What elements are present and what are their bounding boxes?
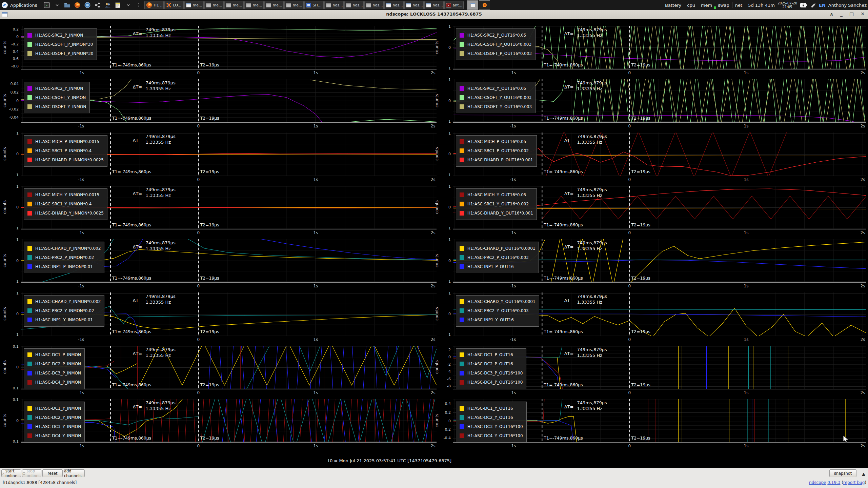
- taskbar-window-button[interactable]: me...: [184, 1, 204, 9]
- taskbar-window-button[interactable]: me...: [284, 1, 304, 9]
- x-tick-label: -1s: [73, 177, 89, 182]
- taskbar-window-label: me...: [253, 3, 262, 7]
- channel-name: H1:ASC-PRC2_Y_OUT16*0.003: [467, 308, 529, 313]
- share-icon[interactable]: [94, 2, 101, 8]
- legend-item: H1:ASC-DC4_Y_INMON: [27, 431, 81, 440]
- y-tick-label: 1: [435, 184, 451, 189]
- channel-name: H1:ASC-DHARD_P_OUT16*0.001: [467, 158, 533, 162]
- taskbar-window-button[interactable]: nds...: [424, 1, 444, 9]
- report-bug-link[interactable]: report bug: [843, 480, 865, 485]
- y-axis-label: counts: [2, 144, 7, 164]
- legend-item: H1:ASC-CHARD_Y_OUT16*0.0001: [460, 297, 536, 306]
- x-tick-label: 0: [190, 124, 207, 128]
- tray-monitor-swap[interactable]: swap: [718, 3, 729, 8]
- taskbar-window-button[interactable]: nds...: [324, 1, 344, 9]
- channel-name: H1:ASC-SRC1_Y_OUT16*0.002: [467, 202, 529, 206]
- workspace-1[interactable]: [467, 0, 478, 10]
- taskbar-window-button[interactable]: me...: [244, 1, 264, 9]
- delta-t-values: 749ms,879µs1.33355 Hz: [146, 187, 176, 198]
- version-link[interactable]: 0.19.3: [827, 480, 840, 485]
- legend-item: H1:ASC-DSOFT_P_OUT16*0.003: [460, 49, 532, 58]
- file-manager-icon[interactable]: [64, 2, 70, 8]
- workspace-2[interactable]: [479, 0, 490, 10]
- t1-cursor-label: T1=-749ms,860µs: [112, 222, 151, 227]
- window-title: ndscope: LOCKLOSS 1437105479.6875: [0, 12, 868, 17]
- window-titlebar[interactable]: ndscope: LOCKLOSS 1437105479.6875 ∧ _ □ …: [0, 10, 868, 19]
- plot-legend[interactable]: H1:ASC-CHARD_Y_OUT16*0.0001H1:ASC-PRC2_Y…: [456, 295, 539, 327]
- clock[interactable]: 2025-07-2021:05: [778, 1, 797, 9]
- channel-name: H1:ASC-MICH_P_OUT16*0.05: [467, 139, 526, 144]
- plot-legend[interactable]: H1:ASC-CHARD_P_OUT16*0.0001H1:ASC-PRC2_P…: [456, 242, 539, 273]
- applications-menu[interactable]: Applications: [1, 2, 37, 8]
- workspace-switcher[interactable]: [467, 0, 490, 10]
- expander-arrow-icon[interactable]: ▲: [862, 471, 865, 476]
- start-online-button[interactable]: ▷start online: [1, 469, 21, 477]
- x-tick-label: 1s: [307, 124, 324, 128]
- legend-swatch: [27, 192, 32, 197]
- plot-legend[interactable]: H1:ASC-SRC2_P_OUT16*0.05H1:ASC-CSOFT_P_O…: [456, 28, 536, 60]
- t2-cursor-label: T2=19µs: [631, 329, 650, 334]
- terminal-icon[interactable]: >_: [43, 2, 50, 8]
- plot-legend[interactable]: H1:ASC-CHARD_P_INMON*0.002H1:ASC-PRC2_P_…: [24, 242, 104, 273]
- snapshot-button[interactable]: snapshot: [829, 469, 856, 477]
- taskbar-window-button[interactable]: nds...: [364, 1, 384, 9]
- taskbar-window-button[interactable]: nds...: [404, 1, 424, 9]
- x-tick-label: 0: [621, 124, 638, 128]
- taskbar-window-button[interactable]: nds...: [344, 1, 364, 9]
- maximize-button[interactable]: □: [849, 11, 854, 17]
- y-tick-label: 0.1: [3, 344, 19, 349]
- legend-item: H1:ASC-DSOFT_Y_INMON: [27, 102, 86, 111]
- x-tick-label: 1s: [738, 230, 755, 235]
- tray-monitor-cpu[interactable]: cpu: [687, 3, 695, 8]
- plot-legend[interactable]: H1:ASC-DC1_Y_INMONH1:ASC-DC2_Y_INMONH1:A…: [24, 402, 85, 442]
- x-tick-label: 1s: [738, 70, 755, 75]
- taskbar-window-button[interactable]: H1 ...: [144, 1, 164, 9]
- x-tick-label: -1s: [73, 390, 89, 395]
- channel-name: H1:ASC-CSOFT_Y_INMON: [35, 95, 86, 100]
- taskbar-window-button[interactable]: me...: [204, 1, 224, 9]
- y-tick-label: 1: [3, 238, 19, 242]
- plot-legend[interactable]: H1:ASC-SRC2_P_INMONH1:ASC-CSOFT_P_INMON*…: [24, 28, 97, 60]
- t2-cursor-label: T2=19µs: [200, 276, 219, 281]
- users-icon[interactable]: [104, 2, 111, 8]
- delta-t-values: 749ms,879µs1.33355 Hz: [146, 80, 176, 92]
- channel-name: H1:ASC-DC1_P_OUT16: [467, 352, 513, 357]
- plot-legend[interactable]: H1:ASC-DC1_P_OUT16H1:ASC-DC2_P_OUT16H1:A…: [456, 348, 526, 389]
- notes-icon[interactable]: [115, 2, 121, 8]
- legend-swatch: [27, 406, 32, 411]
- plot-legend[interactable]: H1:ASC-SRC2_Y_INMONH1:ASC-CSOFT_Y_INMONH…: [24, 82, 90, 113]
- ndscope-link[interactable]: ndscope: [809, 480, 826, 485]
- tray-monitor-battery[interactable]: Battery: [665, 3, 681, 8]
- taskbar-window-button[interactable]: >ant...: [444, 1, 464, 9]
- taskbar-window-button[interactable]: SIT...: [304, 1, 324, 9]
- plot-legend[interactable]: H1:ASC-DC1_Y_OUT16H1:ASC-DC2_Y_OUT16H1:A…: [456, 402, 527, 442]
- firefox-icon[interactable]: [74, 2, 81, 8]
- plot-legend[interactable]: H1:ASC-CHARD_Y_INMON*0.002H1:ASC-PRC2_Y_…: [24, 295, 104, 327]
- plot-legend[interactable]: H1:ASC-MICH_P_INMON*0.0015H1:ASC-SRC1_P_…: [24, 135, 107, 167]
- y-tick-label: 1: [435, 226, 451, 230]
- x-tick-label: 1s: [307, 230, 324, 235]
- taskbar-window-button[interactable]: LO...: [164, 1, 184, 9]
- plot-legend[interactable]: H1:ASC-MICH_Y_INMON*0.0015H1:ASC-SRC1_Y_…: [24, 188, 107, 220]
- reset-button[interactable]: reset: [42, 469, 63, 477]
- close-button[interactable]: ✕: [861, 11, 865, 17]
- keyboard-layout[interactable]: EN: [819, 3, 826, 8]
- add-channels-button[interactable]: add channels: [64, 469, 85, 477]
- plot-legend[interactable]: H1:ASC-DC1_P_INMONH1:ASC-DC2_P_INMONH1:A…: [24, 348, 85, 389]
- win-gray-icon: [286, 3, 291, 7]
- y-tick-label: 1: [435, 332, 451, 337]
- minimize-button[interactable]: _: [840, 11, 843, 17]
- x-tick-label: 2s: [425, 124, 442, 128]
- plot-legend[interactable]: H1:ASC-MICH_Y_OUT16*0.05H1:ASC-SRC1_Y_OU…: [456, 188, 537, 220]
- plot-legend[interactable]: H1:ASC-MICH_P_OUT16*0.05H1:ASC-SRC1_P_OU…: [456, 135, 537, 167]
- taskbar-window-button[interactable]: me...: [224, 1, 244, 9]
- taskbar-window-button[interactable]: me...: [264, 1, 284, 9]
- browser-icon[interactable]: [84, 2, 91, 8]
- x-tick-label: -1s: [504, 124, 521, 128]
- tray-monitor-net[interactable]: net: [735, 3, 742, 8]
- plot-legend[interactable]: H1:ASC-SRC2_Y_OUT16*0.05H1:ASC-CSOFT_Y_O…: [456, 82, 536, 113]
- legend-swatch: [460, 255, 464, 260]
- tray-monitor-mem[interactable]: mem: [701, 3, 712, 8]
- taskbar-window-button[interactable]: nds...: [384, 1, 404, 9]
- shade-button[interactable]: ∧: [830, 11, 833, 17]
